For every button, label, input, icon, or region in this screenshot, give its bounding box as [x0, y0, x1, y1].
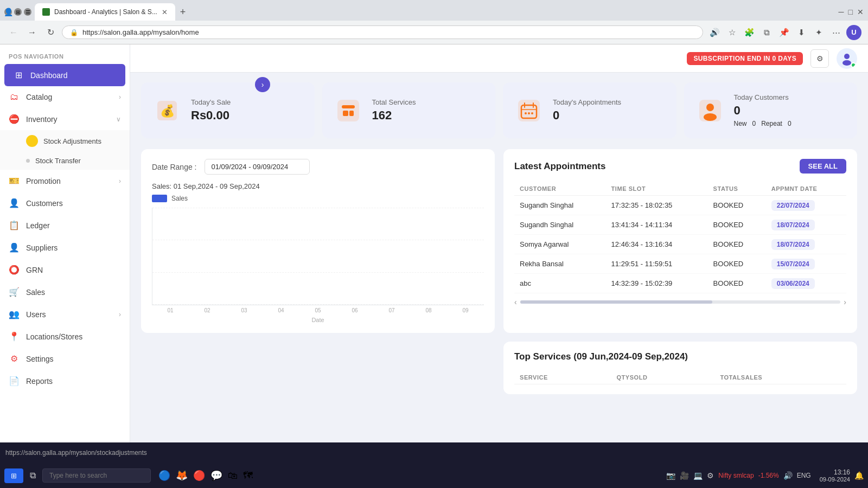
copilot-btn[interactable]: ✦: [812, 25, 826, 40]
more-btn[interactable]: ⋯: [829, 25, 843, 40]
sidebar-item-promotion[interactable]: 🎫 Promotion ›: [0, 170, 130, 192]
reports-icon: 📄: [9, 376, 20, 386]
taskbar-sys-icons: 📷 🎥 💻 ⚙ Nifty smlcap -1.56% 🔊 ENG 13:16 …: [666, 468, 864, 483]
scroll-thumb: [520, 300, 712, 304]
appointments-header-row: CUSTOMER TIME SLOT STATUS APPMNT DATE: [514, 182, 846, 196]
x-label-3: 03: [241, 307, 247, 313]
forward-btn[interactable]: →: [25, 25, 39, 40]
new-tab-btn[interactable]: +: [175, 4, 190, 20]
sidebar: POS NAVIGATION ⊞ Dashboard 🗂 Catalog › ⛔…: [0, 44, 130, 442]
repeat-value: 0: [788, 120, 792, 127]
sidebar-sublabel-stock-adjustments: Stock Adjustments: [43, 137, 101, 145]
sales-chart-area: [152, 208, 484, 305]
audio-icon[interactable]: 🔊: [783, 471, 793, 480]
svg-point-1: [843, 60, 851, 66]
sidebar-item-ledger[interactable]: 📋 Ledger: [0, 214, 130, 236]
taskbar-sys-tray: 📷 🎥 💻 ⚙ Nifty smlcap -1.56% 🔊 ENG: [666, 471, 810, 480]
read-aloud-btn[interactable]: 🔊: [707, 25, 722, 40]
sidebar-toggle-btn[interactable]: ›: [255, 77, 270, 92]
taskbar-camera-icon[interactable]: 📷: [666, 471, 675, 480]
minimize-btn[interactable]: 👤: [4, 8, 12, 16]
table-row: Rekha Bansal 11:29:51 - 11:59:51 BOOKED …: [514, 254, 846, 274]
inventory-submenu: Stock Adjustments Stock Transfer: [0, 130, 130, 170]
start-btn[interactable]: ⊞: [4, 468, 23, 483]
row5-status: BOOKED: [708, 274, 766, 293]
see-all-btn[interactable]: SEE ALL: [800, 159, 846, 174]
row4-customer: Rekha Bansal: [514, 254, 606, 274]
sidebar-item-dashboard[interactable]: ⊞ Dashboard: [4, 64, 125, 86]
sidebar-item-suppliers[interactable]: 👤 Suppliers: [0, 236, 130, 259]
url-text: https://salon.galla.app/mysalon/home: [82, 28, 199, 36]
sidebar-item-settings[interactable]: ⚙ Settings: [0, 348, 130, 370]
scroll-right-btn[interactable]: ›: [844, 298, 846, 306]
download-btn[interactable]: ⬇: [794, 25, 808, 40]
profile-btn[interactable]: U: [846, 25, 861, 40]
date-range-input[interactable]: [205, 159, 310, 175]
row4-timeslot: 11:29:51 - 11:59:51: [606, 254, 708, 274]
taskbar-chrome-icon[interactable]: 🔴: [193, 470, 205, 481]
ledger-icon: 📋: [9, 220, 20, 230]
sidebar-subitem-stock-adjustments[interactable]: Stock Adjustments: [0, 130, 130, 152]
row2-timeslot: 13:41:34 - 14:11:34: [606, 215, 708, 235]
back-btn[interactable]: ←: [7, 25, 21, 40]
scroll-track[interactable]: [520, 300, 841, 304]
tab-close-btn[interactable]: ✕: [162, 8, 168, 16]
appointments-table-head: CUSTOMER TIME SLOT STATUS APPMNT DATE: [514, 182, 846, 196]
taskbar-store-icon[interactable]: 🛍: [228, 470, 238, 481]
lock-icon: 🔒: [70, 29, 78, 36]
svg-point-18: [704, 113, 717, 121]
bottom-url-text: https://salon.galla.app/mysalon/stockadj…: [5, 449, 147, 457]
taskbar-maps-icon[interactable]: 🗺: [243, 470, 253, 481]
sidebar-item-reports[interactable]: 📄 Reports: [0, 370, 130, 392]
sidebar-item-customers[interactable]: 👤 Customers: [0, 192, 130, 214]
svg-point-14: [528, 112, 530, 114]
stat-card-today-customers: Today Customers 0 New 0 Repeat 0: [684, 82, 858, 138]
sidebar-item-grn[interactable]: ⭕ GRN: [0, 259, 130, 281]
active-tab[interactable]: Dashboard - Analytics | Salon & S... ✕: [35, 3, 175, 21]
taskbar-task-view-btn[interactable]: ⧉: [30, 471, 36, 480]
sidebar-btn[interactable]: 📌: [777, 25, 791, 40]
services-table-head: SERVICE QTYSOLD TOTALSALES: [514, 371, 846, 384]
sidebar-label-reports: Reports: [26, 377, 53, 386]
row2-customer: Sugandh Singhal: [514, 215, 606, 235]
scroll-left-btn[interactable]: ‹: [514, 298, 517, 306]
sales-chart-title: Sales: 01 Sep,2024 - 09 Sep,2024: [152, 182, 484, 190]
taskbar: ⊞ ⧉ 🔵 🦊 🔴 💬 🛍 🗺 📷 🎥 💻 ⚙ Nifty smlcap -1.…: [0, 463, 868, 488]
sidebar-subitem-stock-transfer[interactable]: Stock Transfer: [0, 152, 130, 170]
taskbar-firefox-icon[interactable]: 🦊: [176, 470, 188, 481]
split-screen-btn[interactable]: ⧉: [760, 25, 774, 40]
sidebar-item-locations[interactable]: 📍 Locations/Stores: [0, 325, 130, 348]
url-bar[interactable]: 🔒 https://salon.galla.app/mysalon/home: [62, 25, 703, 39]
promotion-arrow-icon: ›: [119, 177, 121, 185]
sidebar-label-dashboard: Dashboard: [30, 71, 68, 80]
window-minimize-btn[interactable]: ─: [839, 8, 844, 16]
taskbar-video-icon[interactable]: 🎥: [680, 471, 689, 480]
highlighted-dot: [26, 135, 38, 147]
svg-text:💰: 💰: [160, 104, 175, 118]
sidebar-item-inventory[interactable]: ⛔ Inventory ∨: [0, 108, 130, 130]
taskbar-phone-icon[interactable]: 💻: [693, 471, 703, 480]
taskbar-search-input[interactable]: [42, 468, 151, 483]
taskbar-edge-icon[interactable]: 🔵: [158, 470, 170, 481]
row3-customer: Somya Agarwal: [514, 235, 606, 254]
sidebar-item-catalog[interactable]: 🗂 Catalog ›: [0, 86, 130, 108]
sidebar-item-users[interactable]: 👥 Users ›: [0, 303, 130, 325]
sidebar-item-sales[interactable]: 🛒 Sales: [0, 281, 130, 303]
window-close-btn[interactable]: ✕: [857, 8, 864, 16]
notification-btn[interactable]: 🔔: [854, 471, 864, 480]
new-value: 0: [752, 120, 756, 127]
tab-menu-btn[interactable]: ☰: [24, 8, 31, 16]
taskbar-settings-icon[interactable]: ⚙: [707, 471, 714, 480]
extensions-btn[interactable]: 🧩: [742, 25, 756, 40]
taskbar-skype-icon[interactable]: 💬: [210, 470, 222, 481]
reload-btn[interactable]: ↻: [43, 25, 58, 40]
favorites-btn[interactable]: ☆: [725, 25, 739, 40]
x-label-8: 08: [425, 307, 431, 313]
service-col-qtysold: QTYSOLD: [611, 371, 714, 384]
settings-btn[interactable]: ⚙: [810, 49, 829, 68]
tab-grid-btn[interactable]: ⊞: [14, 8, 22, 16]
app-layout: POS NAVIGATION ⊞ Dashboard 🗂 Catalog › ⛔…: [0, 44, 868, 442]
window-maximize-btn[interactable]: □: [846, 8, 855, 16]
sales-icon: 🛒: [9, 287, 20, 297]
svg-point-17: [706, 104, 714, 111]
